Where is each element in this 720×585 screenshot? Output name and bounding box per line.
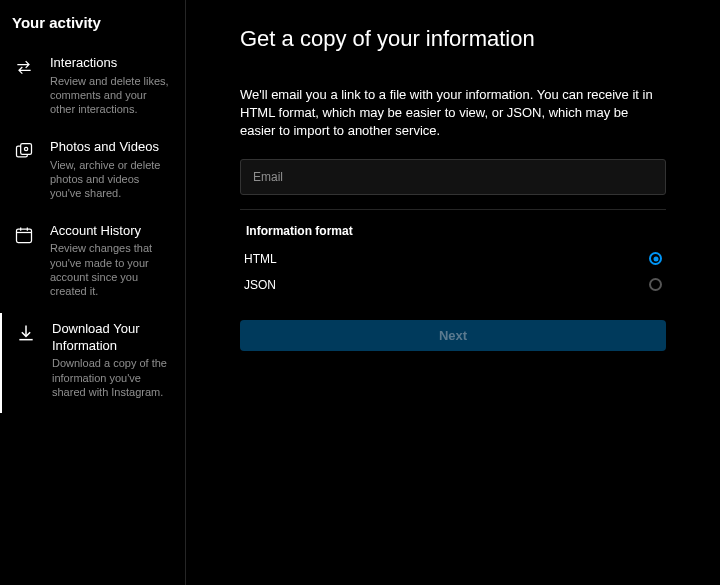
page-title: Get a copy of your information [240, 26, 666, 52]
format-option-html[interactable]: HTML [240, 246, 666, 272]
sidebar-item-label: Photos and Videos [50, 139, 173, 156]
radio-icon [649, 252, 662, 265]
sidebar-item-interactions[interactable]: Interactions Review and delete likes, co… [0, 47, 185, 131]
svg-rect-1 [21, 143, 32, 154]
calendar-icon [12, 223, 36, 299]
format-option-json[interactable]: JSON [240, 272, 666, 298]
sidebar-text: Interactions Review and delete likes, co… [50, 55, 173, 117]
main-content: Get a copy of your information We'll ema… [186, 0, 720, 585]
sidebar-title: Your activity [0, 14, 185, 47]
sidebar-item-label: Interactions [50, 55, 173, 72]
sidebar-item-photos[interactable]: Photos and Videos View, archive or delet… [0, 131, 185, 215]
divider [240, 209, 666, 210]
sidebar: Your activity Interactions Review and de… [0, 0, 186, 585]
photos-icon [12, 139, 36, 201]
sidebar-item-desc: Review changes that you've made to your … [50, 241, 173, 298]
download-icon [14, 321, 38, 400]
radio-label: JSON [244, 278, 276, 292]
sidebar-item-history[interactable]: Account History Review changes that you'… [0, 215, 185, 313]
sidebar-item-download[interactable]: Download Your Information Download a cop… [0, 313, 185, 414]
sidebar-item-desc: Download a copy of the information you'v… [52, 356, 173, 399]
format-section-label: Information format [240, 220, 666, 246]
email-field[interactable] [240, 159, 666, 195]
sidebar-item-label: Account History [50, 223, 173, 240]
svg-rect-3 [17, 229, 32, 242]
page-description: We'll email you a link to a file with yo… [240, 86, 666, 141]
sidebar-item-desc: View, archive or delete photos and video… [50, 158, 173, 201]
sidebar-text: Account History Review changes that you'… [50, 223, 173, 299]
radio-icon [649, 278, 662, 291]
sidebar-item-desc: Review and delete likes, comments and yo… [50, 74, 173, 117]
next-button[interactable]: Next [240, 320, 666, 351]
sidebar-text: Download Your Information Download a cop… [52, 321, 173, 400]
arrows-icon [12, 55, 36, 117]
sidebar-text: Photos and Videos View, archive or delet… [50, 139, 173, 201]
radio-label: HTML [244, 252, 277, 266]
sidebar-item-label: Download Your Information [52, 321, 173, 355]
